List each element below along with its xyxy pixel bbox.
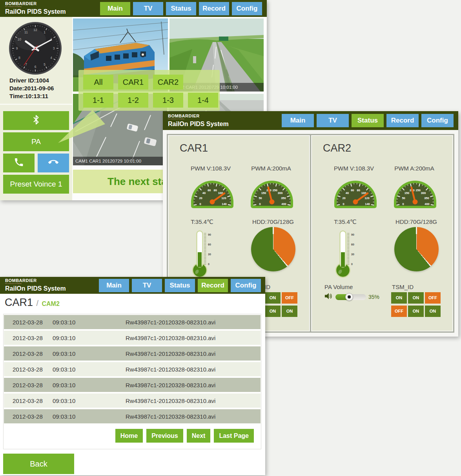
- svg-text:8: 8: [18, 56, 20, 60]
- record-file: Rw43987c1-20120328-082310.avi: [126, 350, 215, 357]
- brand-tagline: the evolution of mobility: [5, 6, 66, 7]
- svg-text:5: 5: [44, 62, 46, 66]
- svg-text:11: 11: [24, 30, 28, 34]
- driver-id: Driver ID:1004: [9, 77, 54, 84]
- app-title: RailOn PIDS System: [5, 285, 66, 292]
- pagination-bar: HomePreviousNextLast Page: [4, 429, 261, 443]
- tab-main[interactable]: Main: [282, 114, 314, 127]
- tsm-toggle-on[interactable]: ON: [265, 306, 281, 317]
- tsm-toggle-on[interactable]: ON: [408, 306, 424, 317]
- svg-text:50: 50: [402, 196, 405, 200]
- hangup-button[interactable]: [38, 154, 69, 172]
- svg-text:120: 120: [221, 196, 226, 200]
- ovbtn-1-3[interactable]: 1-3: [153, 93, 183, 108]
- tab-record[interactable]: Record: [386, 114, 419, 127]
- pgbtn-home[interactable]: Home: [115, 429, 143, 443]
- call-button[interactable]: [3, 154, 35, 172]
- tab-tv[interactable]: TV: [317, 114, 349, 127]
- svg-text:9: 9: [16, 46, 18, 50]
- pwm-v-gauge: 020406080100120140: [332, 174, 379, 209]
- svg-text:250: 250: [272, 189, 277, 192]
- tsm-toggle-on[interactable]: ON: [265, 292, 281, 304]
- pwm-v-gauge: 020406080100120140: [189, 174, 235, 209]
- brand-logo: BOMBARDIER the evolution of mobility Rai…: [5, 278, 66, 292]
- tab-main[interactable]: Main: [100, 2, 130, 15]
- svg-text:400: 400: [425, 202, 430, 206]
- tab-record[interactable]: Record: [199, 2, 229, 15]
- tab-status[interactable]: Status: [352, 114, 384, 127]
- app-title: RailOn PIDS System: [5, 8, 66, 15]
- panel-title: CAR1: [180, 142, 208, 154]
- record-row[interactable]: 2012-03-2809:03:10Rw43987c1-20120328-082…: [4, 409, 261, 423]
- record-file: Rw43987c1-20120328-082310.avi: [126, 366, 215, 373]
- record-row[interactable]: 2012-03-2809:03:10Rw43987c1-20120328-082…: [4, 394, 261, 408]
- svg-text:3: 3: [53, 46, 55, 50]
- ovbtn-all[interactable]: All: [83, 75, 113, 90]
- record-time: 09:03:10: [53, 335, 126, 341]
- record-list-container: 2012-03-2809:03:10Rw43987c1-20120328-082…: [3, 314, 261, 449]
- breadcrumb-separator: /: [36, 299, 38, 308]
- record-breadcrumb: CAR1 / CAM2: [5, 297, 60, 309]
- svg-text:30: 30: [208, 253, 211, 256]
- ovbtn-1-1[interactable]: 1-1: [83, 93, 113, 108]
- tab-tv[interactable]: TV: [132, 279, 162, 292]
- tsm-toggle-on[interactable]: ON: [282, 306, 297, 317]
- ovbtn-car2[interactable]: CAR2: [153, 75, 183, 90]
- hdd-label: HDD:70G/128G: [242, 218, 304, 225]
- record-row[interactable]: 2012-03-2809:03:10Rw43987c1-20120328-082…: [4, 315, 261, 329]
- tab-main[interactable]: Main: [99, 279, 129, 292]
- tab-status[interactable]: Status: [166, 2, 196, 15]
- tsm-toggle-on[interactable]: ON: [425, 306, 441, 317]
- svg-text:60: 60: [208, 189, 211, 192]
- pgbtn-previous[interactable]: Previous: [146, 429, 183, 443]
- svg-text:300: 300: [278, 191, 283, 195]
- svg-text:140: 140: [222, 202, 227, 206]
- svg-text:0: 0: [259, 202, 261, 206]
- ovbtn-1-2[interactable]: 1-2: [118, 93, 148, 108]
- svg-text:400: 400: [281, 202, 286, 206]
- pgbtn-next[interactable]: Next: [187, 429, 211, 443]
- preset-voice-button[interactable]: Preset Voince 1: [3, 175, 69, 194]
- record-date: 2012-03-28: [13, 382, 53, 388]
- record-date: 2012-03-28: [13, 350, 53, 357]
- record-row[interactable]: 2012-03-2809:03:10Rw43987c1-20120328-082…: [4, 331, 261, 345]
- svg-text:60: 60: [351, 243, 354, 246]
- tab-config[interactable]: Config: [421, 114, 454, 127]
- back-button-label: Back: [30, 460, 47, 468]
- brand-tagline: the evolution of mobility: [5, 283, 66, 284]
- back-button[interactable]: Back: [3, 454, 74, 474]
- tsm-id-label: TSM_ID: [392, 284, 414, 290]
- status-header: BOMBARDIER the evolution of mobility Rai…: [163, 111, 458, 130]
- svg-text:80: 80: [213, 189, 217, 192]
- camera-selector-row-1: AllCAR1CAR2: [83, 75, 183, 90]
- record-time: 09:03:10: [53, 319, 126, 326]
- record-row[interactable]: 2012-03-2809:03:10Rw43987c1-20120328-082…: [4, 378, 261, 392]
- record-row[interactable]: 2012-03-2809:03:10Rw43987c1-20120328-082…: [4, 362, 261, 376]
- tab-tv[interactable]: TV: [133, 2, 163, 15]
- pwm-v-label: PWM V:108.3V: [177, 165, 244, 172]
- main-header: BOMBARDIER the evolution of mobility Rai…: [0, 0, 267, 17]
- tsm-toggle-off[interactable]: OFF: [282, 292, 297, 304]
- svg-text:10: 10: [18, 37, 22, 41]
- volume-slider-thumb[interactable]: [345, 293, 353, 301]
- tab-record[interactable]: Record: [198, 279, 228, 292]
- tsm-toggle-on[interactable]: ON: [408, 292, 424, 304]
- tsm-toggle-on[interactable]: ON: [391, 292, 407, 304]
- tsm-toggle-off[interactable]: OFF: [425, 292, 441, 304]
- ovbtn-car1[interactable]: CAR1: [118, 75, 148, 90]
- tsm-toggle-off[interactable]: OFF: [391, 306, 407, 317]
- breadcrumb-cam[interactable]: CAM2: [42, 300, 60, 307]
- tab-config[interactable]: Config: [232, 2, 262, 15]
- date-text: Date:2011-09-06: [9, 84, 54, 92]
- record-header: BOMBARDIER the evolution of mobility Rai…: [0, 277, 265, 294]
- record-time: 09:03:10: [53, 382, 126, 388]
- ovbtn-1-4[interactable]: 1-4: [188, 93, 218, 108]
- pgbtn-last-page[interactable]: Last Page: [214, 429, 254, 443]
- main-nav-tabs: MainTVStatusRecordConfig: [100, 2, 262, 15]
- tab-config[interactable]: Config: [231, 279, 261, 292]
- svg-text:150: 150: [261, 191, 266, 195]
- tab-status[interactable]: Status: [165, 279, 195, 292]
- pwm-a-gauge: 050150200250300350400: [392, 174, 438, 209]
- volume-slider[interactable]: [335, 294, 366, 300]
- record-row[interactable]: 2012-03-2809:03:10Rw43987c1-20120328-082…: [4, 346, 261, 361]
